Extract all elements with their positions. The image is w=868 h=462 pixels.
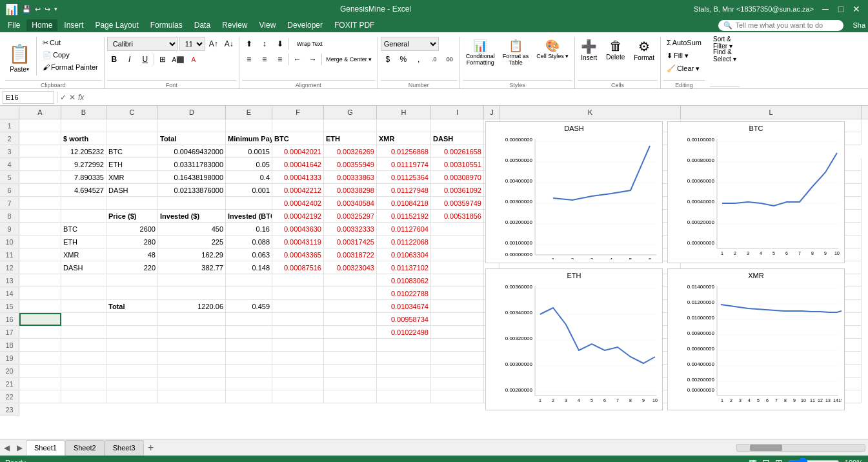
font-family-selector[interactable]: Calibri [107, 37, 178, 51]
menu-review[interactable]: Review [217, 19, 252, 31]
cell-d9[interactable]: 450 [158, 223, 226, 236]
align-middle-button[interactable]: ↕ [257, 37, 272, 51]
sheet-tab-sheet1[interactable]: Sheet1 [26, 440, 65, 456]
cell-d4[interactable]: 0.03311783000 [158, 158, 226, 171]
cell-c9[interactable]: 2600 [106, 223, 158, 236]
col-header-b[interactable]: B [61, 106, 106, 119]
cell-b2[interactable]: $ worth [61, 132, 106, 145]
cell-c4[interactable]: ETH [106, 158, 158, 171]
cell-d12[interactable]: 382.77 [158, 261, 226, 274]
cell-a4[interactable] [19, 158, 61, 171]
quick-access-undo[interactable]: ↩ [35, 5, 41, 14]
align-bottom-button[interactable]: ⬇ [273, 37, 287, 51]
close-button[interactable]: ✕ [850, 3, 863, 15]
increase-indent-button[interactable]: → [306, 52, 320, 66]
cell-i9[interactable] [431, 223, 484, 236]
format-as-table-button[interactable]: 📋 Format asTable [500, 37, 532, 68]
insert-button[interactable]: ➕ Insert [578, 37, 600, 63]
autosum-button[interactable]: Σ AutoSum [663, 37, 705, 48]
scrollbar-thumb[interactable] [750, 445, 782, 451]
menu-file[interactable]: File [3, 19, 25, 31]
cell-g9[interactable]: 0.00332333 [324, 223, 377, 236]
cell-i6[interactable]: 0.00361092 [431, 184, 484, 197]
cell-h11[interactable]: 0.01063304 [377, 248, 431, 261]
search-input[interactable] [735, 21, 838, 29]
clear-button[interactable]: 🧹 Clear ▾ [663, 63, 703, 74]
cell-h9[interactable]: 0.01127604 [377, 223, 431, 236]
find-select-button[interactable]: Find &Select ▾ [710, 50, 740, 61]
cell-f9[interactable]: 0.00043630 [272, 223, 324, 236]
cell-g8[interactable]: 0.00325297 [324, 210, 377, 223]
minimize-button[interactable]: ─ [819, 3, 832, 15]
sheet-tab-sheet3[interactable]: Sheet3 [105, 440, 144, 456]
cell-b7[interactable] [61, 197, 106, 210]
cell-f11[interactable]: 0.00043365 [272, 248, 324, 261]
cell-i1[interactable] [431, 119, 484, 132]
menu-data[interactable]: Data [189, 19, 216, 31]
col-header-f[interactable]: F [272, 106, 324, 119]
cell-h10[interactable]: 0.01122068 [377, 236, 431, 248]
cell-e11[interactable]: 0.063 [226, 248, 272, 261]
cell-e7[interactable] [226, 197, 272, 210]
cell-c2[interactable] [106, 132, 158, 145]
cell-b1[interactable] [61, 119, 106, 132]
col-header-c[interactable]: C [106, 106, 158, 119]
cell-f10[interactable]: 0.00043119 [272, 236, 324, 248]
cell-h7[interactable]: 0.01084218 [377, 197, 431, 210]
cell-h4[interactable]: 0.01119774 [377, 158, 431, 171]
cell-styles-button[interactable]: 🎨 Cell Styles ▾ [533, 37, 572, 68]
cell-h14[interactable]: 0.01022788 [377, 287, 431, 300]
col-header-g[interactable]: G [324, 106, 377, 119]
horizontal-scrollbar[interactable] [736, 444, 865, 452]
underline-button[interactable]: U [138, 52, 152, 66]
cell-d2[interactable]: Total [158, 132, 226, 145]
cell-a3[interactable] [19, 145, 61, 158]
cell-c7[interactable] [106, 197, 158, 210]
currency-button[interactable]: $ [381, 52, 395, 66]
cell-e5[interactable]: 0.4 [226, 171, 272, 184]
cell-f8[interactable]: 0.00042192 [272, 210, 324, 223]
cell-h6[interactable]: 0.01127948 [377, 184, 431, 197]
col-header-k[interactable]: K [500, 106, 681, 119]
grid-scroll-container[interactable]: 1 2 3 4 5 6 7 8 9 10 11 12 13 14 15 16 1… [0, 119, 868, 439]
format-painter-button[interactable]: 🖌 Format Painter [39, 61, 101, 73]
cell-g7[interactable]: 0.00340584 [324, 197, 377, 210]
font-size-selector[interactable]: 11 [179, 37, 205, 51]
decrease-decimal-button[interactable]: .0 [427, 52, 441, 66]
cell-e8[interactable]: Invested (BTC) [226, 210, 272, 223]
formula-input[interactable] [86, 91, 865, 104]
cell-g6[interactable]: 0.00338298 [324, 184, 377, 197]
cell-g3[interactable]: 0.00326269 [324, 145, 377, 158]
col-header-a[interactable]: A [19, 106, 61, 119]
cell-h16[interactable]: 0.00958734 [377, 313, 431, 326]
col-header-h[interactable]: H [377, 106, 431, 119]
layout-normal-icon[interactable]: ▦ [749, 457, 757, 462]
fill-button[interactable]: ⬇ Fill ▾ [663, 50, 692, 61]
col-header-e[interactable]: E [226, 106, 272, 119]
percent-button[interactable]: % [396, 52, 410, 66]
col-header-d[interactable]: D [158, 106, 226, 119]
cell-c3[interactable]: BTC [106, 145, 158, 158]
cell-h15[interactable]: 0.01034674 [377, 300, 431, 313]
menu-foxit-pdf[interactable]: FOXIT PDF [329, 19, 379, 31]
cell-i5[interactable]: 0.00308970 [431, 171, 484, 184]
cell-c5[interactable]: XMR [106, 171, 158, 184]
cell-d1[interactable] [158, 119, 226, 132]
cell-f3[interactable]: 0.00042021 [272, 145, 324, 158]
increase-font-button[interactable]: A↑ [207, 37, 221, 51]
scroll-sheets-right[interactable]: ▶ [13, 441, 26, 454]
cell-i4[interactable]: 0.00310551 [431, 158, 484, 171]
sort-filter-button[interactable]: Sort &Filter ▾ [710, 37, 736, 48]
decrease-indent-button[interactable]: ← [290, 52, 305, 66]
quick-access-redo[interactable]: ↪ [45, 5, 50, 14]
cell-d6[interactable]: 0.02133876000 [158, 184, 226, 197]
quick-access-dropdown[interactable]: ▾ [54, 6, 57, 12]
border-button[interactable]: ⊞ [156, 52, 170, 66]
cell-e2[interactable]: Minimum Payout [226, 132, 272, 145]
cell-h17[interactable]: 0.01022498 [377, 326, 431, 339]
align-top-button[interactable]: ⬆ [242, 37, 256, 51]
menu-formulas[interactable]: Formulas [145, 19, 188, 31]
eth-chart[interactable]: ETH 0.00360000 0.00340000 0.00320000 0.0… [485, 268, 663, 410]
copy-button[interactable]: 📄 Copy [39, 49, 101, 61]
increase-decimal-button[interactable]: 00 [443, 52, 457, 66]
